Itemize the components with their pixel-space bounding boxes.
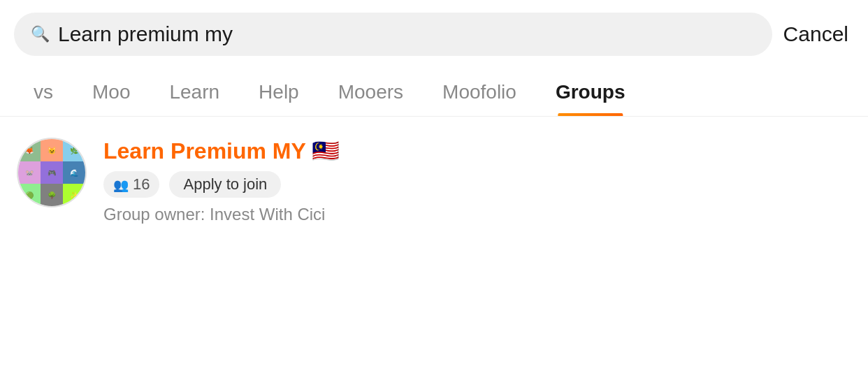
avatar-cell-4: 🐭 <box>18 161 41 184</box>
search-input-value[interactable]: Learn premium my <box>58 22 233 46</box>
avatar-cell-9: ✨ <box>63 184 85 206</box>
people-icon <box>113 175 129 194</box>
apply-to-join-button[interactable]: Apply to join <box>169 171 281 198</box>
cancel-button[interactable]: Cancel <box>783 22 848 46</box>
tab-help[interactable]: Help <box>239 68 319 116</box>
group-meta: 16 Apply to join <box>103 171 851 198</box>
avatar-cell-6: 🌊 <box>63 161 85 184</box>
avatar-cell-8: 🌳 <box>41 184 63 206</box>
tab-learn[interactable]: Learn <box>150 68 239 116</box>
search-bar-container: 🔍 Learn premium my Cancel <box>0 0 868 68</box>
group-name: Learn Premium MY 🇲🇾 <box>103 138 851 164</box>
tab-mooers[interactable]: Mooers <box>319 68 423 116</box>
tab-moo[interactable]: Moo <box>73 68 150 116</box>
avatar-cell-5: 🎮 <box>41 161 63 184</box>
avatar-cell-2: 😺 <box>41 139 63 161</box>
group-info: Learn Premium MY 🇲🇾 16 Apply to join Gro… <box>103 138 851 224</box>
tab-groups[interactable]: Groups <box>536 68 645 116</box>
member-badge: 16 <box>103 171 159 198</box>
group-avatar: 🦊 😺 🌿 🐭 🎮 🌊 🟢 🌳 ✨ <box>17 138 87 208</box>
avatar-cell-7: 🟢 <box>18 184 41 206</box>
tab-news[interactable]: vs <box>14 68 73 116</box>
avatar-cell-3: 🌿 <box>63 139 85 161</box>
search-bar[interactable]: 🔍 Learn premium my <box>14 13 772 56</box>
tab-moofolio[interactable]: Moofolio <box>423 68 536 116</box>
group-item[interactable]: 🦊 😺 🌿 🐭 🎮 🌊 🟢 🌳 ✨ Learn Premium MY 🇲🇾 16… <box>17 138 851 224</box>
avatar-cell-1: 🦊 <box>18 139 41 161</box>
search-icon: 🔍 <box>31 27 50 42</box>
tabs-container: vs Moo Learn Help Mooers Moofolio Groups <box>0 68 868 117</box>
group-owner: Group owner: Invest With Cici <box>103 205 851 224</box>
results-container: 🦊 😺 🌿 🐭 🎮 🌊 🟢 🌳 ✨ Learn Premium MY 🇲🇾 16… <box>0 117 868 245</box>
member-count: 16 <box>133 175 150 194</box>
